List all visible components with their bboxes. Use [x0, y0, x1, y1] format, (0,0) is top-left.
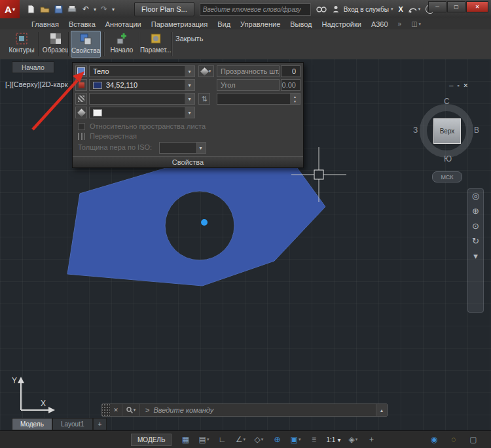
scale-spinner-icon[interactable]: ⇅ [198, 93, 210, 105]
navbar-more-icon[interactable]: ▾ [473, 252, 478, 261]
drawing-close-icon[interactable]: ✕ [464, 82, 469, 89]
iso-pen-width-combo[interactable]: ▾ [159, 142, 206, 154]
options-button[interactable]: Парамет... [141, 31, 171, 58]
tab-a360[interactable]: A360 [371, 20, 388, 28]
isometric-drafting-icon[interactable]: ◇▾ [250, 433, 267, 446]
tab-overflow-icon[interactable]: » [398, 20, 402, 27]
workspace-gear-icon[interactable]: ◈▾ [344, 433, 361, 446]
ribbon-options-icon[interactable]: ◫▾ [411, 20, 421, 27]
polar-tracking-icon[interactable]: ∠▾ [232, 433, 249, 446]
command-line[interactable]: ✕ ▾ > Введите команду ▴ [101, 404, 388, 417]
hardware-acceleration-icon[interactable]: ◉ [426, 433, 443, 446]
minimize-button[interactable]: ─ [428, 1, 446, 12]
chevron-down-icon[interactable]: ▾ [184, 66, 194, 77]
tab-insert[interactable]: Вставка [69, 20, 96, 28]
annotation-scale-control[interactable]: 1:1▾ [323, 433, 343, 446]
stay-connected-icon[interactable]: ▾ [409, 6, 421, 13]
tab-layout1[interactable]: Layout1 [52, 418, 93, 430]
center-point-dot[interactable] [201, 219, 208, 226]
help-search-box[interactable]: Введите ключевое слово/фразу [200, 3, 311, 16]
lineweight-icon[interactable]: ≡ [305, 433, 322, 446]
viewport-controls-label[interactable]: [-][Сверху][2D-карк [5, 80, 71, 88]
qat-customize-icon[interactable]: ▾ [112, 7, 115, 12]
chevron-down-icon[interactable]: ▾ [184, 94, 194, 104]
hatch-type-combo[interactable]: Тело ▾ [89, 65, 195, 77]
pattern-button[interactable]: Образец [41, 31, 71, 58]
application-menu-button[interactable]: A ▾ [0, 0, 20, 18]
tab-view[interactable]: Вид [217, 20, 230, 28]
background-color-icon[interactable] [75, 93, 87, 105]
viewcube-top-face[interactable]: Верх [433, 118, 461, 144]
new-layout-button[interactable]: + [93, 418, 107, 430]
hatch-type-icon[interactable] [75, 65, 87, 77]
command-input[interactable]: > Введите команду [145, 406, 213, 414]
view-cube[interactable]: С Ю З В Верх [414, 98, 479, 164]
save-icon[interactable] [52, 3, 64, 15]
isolate-objects-icon[interactable]: ◌ [445, 433, 462, 446]
orbit-icon[interactable]: ↻ [472, 237, 479, 246]
background-color-combo[interactable]: ▾ [89, 93, 195, 105]
maximize-button[interactable]: ▢ [447, 1, 465, 12]
navigation-wheel-icon[interactable]: ◎ [472, 192, 479, 201]
close-button[interactable]: ✕ [466, 1, 488, 12]
compass-east[interactable]: В [474, 126, 479, 135]
command-customize-icon[interactable]: ▾ [122, 404, 140, 416]
clean-screen-icon[interactable]: ▢ [465, 433, 482, 446]
layer-override-icon[interactable] [75, 107, 87, 118]
transparency-value[interactable]: 0 [281, 65, 300, 77]
tab-home[interactable]: Главная [31, 20, 59, 28]
new-file-icon[interactable] [25, 3, 37, 15]
ortho-mode-icon[interactable]: ∟ [213, 433, 230, 446]
exchange-apps-icon[interactable]: X [398, 5, 403, 13]
tab-output[interactable]: Вывод [290, 20, 312, 28]
grid-display-icon[interactable]: ▦ [177, 433, 194, 446]
drawing-restore-icon[interactable]: ▫ [457, 82, 459, 89]
snap-mode-icon[interactable]: ▤▾ [195, 433, 212, 446]
redo-icon[interactable]: ↷ [98, 3, 110, 15]
drawing-canvas[interactable]: Y X Начало [-][Сверху][2D-карк ─ ▫ ✕ С Ю… [0, 59, 491, 430]
customization-plus-icon[interactable]: + [363, 433, 380, 446]
object-snap-tracking-icon[interactable]: ⊕ [268, 433, 285, 446]
hatch-color-combo[interactable]: 34,52,110 ▾ [89, 79, 195, 91]
zoom-icon[interactable]: ⊙ [472, 222, 479, 231]
drawing-minimize-icon[interactable]: ─ [449, 82, 453, 89]
tab-model[interactable]: Модель [12, 418, 52, 430]
undo-dropdown-icon[interactable]: ▾ [94, 7, 96, 12]
print-icon[interactable] [66, 3, 78, 15]
undo-icon[interactable]: ↶ [80, 3, 92, 15]
tab-annotate[interactable]: Аннотации [105, 20, 141, 28]
document-tab[interactable]: Floor Plan S... [134, 2, 194, 16]
layer-override-combo[interactable]: ▾ [89, 107, 195, 118]
hatch-transparency-icon[interactable]: ▾ [198, 65, 214, 77]
pan-icon[interactable]: ⊕ [472, 207, 479, 216]
command-close-icon[interactable]: ✕ [110, 404, 122, 416]
chevron-down-icon[interactable]: ▾ [184, 80, 194, 90]
angle-field[interactable]: Угол [217, 79, 280, 91]
spinner-arrows-icon[interactable]: ▴▾ [289, 94, 300, 104]
compass-west[interactable]: З [413, 126, 418, 135]
set-origin-button[interactable]: Начало [107, 31, 137, 58]
close-hatch-editor-button[interactable]: Закрыть [175, 35, 203, 43]
scale-spinner-field[interactable]: ▴▾ [217, 93, 300, 105]
ucs-wcs-badge[interactable]: МСК [432, 171, 462, 182]
angle-value[interactable]: 0.00 [281, 79, 300, 91]
transparency-field[interactable]: Прозрачность шт... [217, 65, 280, 77]
chevron-down-icon[interactable]: ▾ [195, 143, 206, 153]
properties-button[interactable]: Свойства [71, 31, 101, 58]
chevron-down-icon[interactable]: ▾ [184, 107, 194, 118]
boundaries-button[interactable]: Контуры [7, 31, 37, 58]
compass-north[interactable]: С [444, 97, 450, 106]
tab-addins[interactable]: Надстройки [322, 20, 361, 28]
command-line-grip[interactable] [102, 404, 110, 416]
hatch-color-icon[interactable] [75, 79, 87, 91]
tab-parametric[interactable]: Параметризация [151, 20, 208, 28]
tab-manage[interactable]: Управление [240, 20, 280, 28]
compass-south[interactable]: Ю [444, 154, 452, 164]
open-file-icon[interactable] [39, 3, 50, 15]
model-space-button[interactable]: МОДЕЛЬ [131, 434, 172, 446]
command-history-expand-icon[interactable]: ▴ [376, 404, 387, 416]
object-snap-icon[interactable]: ▣▾ [287, 433, 304, 446]
sign-in-button[interactable]: Вход в службы ▾ [344, 6, 393, 13]
search-binoculars-icon[interactable] [316, 6, 327, 13]
hatch-polygon[interactable] [67, 159, 325, 286]
